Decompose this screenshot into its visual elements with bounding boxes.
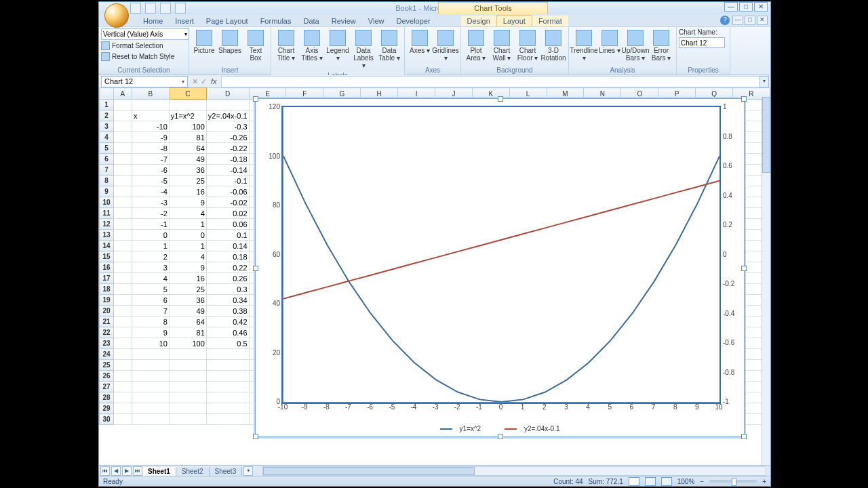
cell-A28[interactable] <box>113 392 132 403</box>
row-header-17[interactable]: 17 <box>100 273 114 284</box>
cell-D17[interactable]: 0.26 <box>206 273 249 284</box>
row-header-2[interactable]: 2 <box>100 110 114 121</box>
cell-D29[interactable] <box>206 403 249 414</box>
cell-C25[interactable] <box>169 360 206 371</box>
plot-area-button[interactable]: Plot Area ▾ <box>464 28 488 65</box>
cell-A21[interactable] <box>113 317 132 327</box>
tab-nav-next[interactable]: ▶ <box>122 466 132 476</box>
resize-handle-ne[interactable] <box>741 96 747 102</box>
tab-data[interactable]: Data <box>297 16 325 26</box>
picture-button[interactable]: Picture <box>192 28 216 65</box>
row-header-3[interactable]: 3 <box>100 121 114 132</box>
chart-wall-button[interactable]: Chart Wall ▾ <box>490 28 514 65</box>
cell-B30[interactable] <box>132 414 169 425</box>
tab-page-layout[interactable]: Page Layout <box>200 16 254 26</box>
row-header-11[interactable]: 11 <box>100 208 114 219</box>
col-header-B[interactable]: B <box>132 88 169 100</box>
data-table-button[interactable]: Data Table ▾ <box>377 28 401 70</box>
tab-nav-last[interactable]: ⏭ <box>133 466 142 476</box>
row-header-7[interactable]: 7 <box>100 165 114 176</box>
row-header-8[interactable]: 8 <box>100 176 114 186</box>
expand-formula-bar-button[interactable]: ▾ <box>760 76 769 87</box>
tab-insert[interactable]: Insert <box>169 16 200 26</box>
cell-C10[interactable]: 9 <box>169 197 206 208</box>
cell-A8[interactable] <box>113 176 132 186</box>
enter-formula-icon[interactable]: ✓ <box>201 77 207 86</box>
text-box-button[interactable]: Text Box <box>243 28 268 65</box>
chart-legend[interactable]: y1=x^2 y2=.04x-0.1 <box>256 425 744 432</box>
cell-D20[interactable]: 0.38 <box>206 306 249 317</box>
cell-A29[interactable] <box>113 403 132 414</box>
cell-C13[interactable]: 0 <box>169 230 206 241</box>
cell-C27[interactable] <box>169 382 206 392</box>
resize-handle-se[interactable] <box>741 434 747 439</box>
cell-A6[interactable] <box>113 154 132 165</box>
cell-C28[interactable] <box>169 392 206 403</box>
resize-handle-w[interactable] <box>253 266 258 271</box>
cell-C18[interactable]: 25 <box>169 284 206 295</box>
cell-D11[interactable]: 0.02 <box>206 208 249 219</box>
col-header-N[interactable]: N <box>584 88 621 100</box>
cell-C30[interactable] <box>169 414 206 425</box>
cell-B28[interactable] <box>132 392 169 403</box>
col-header-Q[interactable]: Q <box>696 88 733 100</box>
row-header-4[interactable]: 4 <box>100 132 114 143</box>
chart-title-button[interactable]: Chart Title ▾ <box>274 28 298 70</box>
cell-C2[interactable]: y1=x^2 <box>169 110 206 121</box>
cell-C26[interactable] <box>169 371 206 382</box>
cancel-formula-icon[interactable]: ✕ <box>192 77 198 86</box>
insert-sheet-button[interactable]: ✶ <box>243 466 253 476</box>
cell-D19[interactable]: 0.34 <box>206 295 249 306</box>
cell-C22[interactable]: 81 <box>169 327 206 338</box>
cell-B24[interactable] <box>132 349 169 360</box>
row-header-30[interactable]: 30 <box>100 414 114 425</box>
cell-C15[interactable]: 4 <box>169 251 206 262</box>
zoom-in-button[interactable]: + <box>762 478 766 485</box>
cell-C24[interactable] <box>169 349 206 360</box>
sheet-tab-sheet2[interactable]: Sheet2 <box>176 467 210 476</box>
gridlines-button[interactable]: Gridlines ▾ <box>433 28 458 65</box>
error-bars-button[interactable]: Error Bars ▾ <box>649 28 673 65</box>
col-header-G[interactable]: G <box>323 88 361 100</box>
cell-B8[interactable]: -5 <box>132 176 169 186</box>
cell-A1[interactable] <box>113 100 132 110</box>
cell-B20[interactable]: 7 <box>132 306 169 317</box>
cell-D12[interactable]: 0.06 <box>206 219 249 230</box>
row-header-9[interactable]: 9 <box>100 186 114 197</box>
embedded-chart[interactable]: y1=x^2 y2=.04x-0.1 020406080100120-1-0.8… <box>255 98 745 437</box>
cell-D10[interactable]: -0.02 <box>206 197 249 208</box>
cell-A7[interactable] <box>113 165 132 176</box>
cell-C11[interactable]: 4 <box>169 208 206 219</box>
col-header-F[interactable]: F <box>286 88 323 100</box>
resize-handle-s[interactable] <box>498 434 503 439</box>
cell-D7[interactable]: -0.14 <box>206 165 249 176</box>
cell-A4[interactable] <box>113 132 132 143</box>
cell-D27[interactable] <box>206 382 249 392</box>
cell-C7[interactable]: 36 <box>169 165 206 176</box>
cell-B13[interactable]: 0 <box>132 230 169 241</box>
doc-minimize-button[interactable]: — <box>732 16 743 25</box>
col-header-H[interactable]: H <box>361 88 398 100</box>
cell-B17[interactable]: 4 <box>132 273 169 284</box>
cell-A20[interactable] <box>113 306 132 317</box>
col-header-L[interactable]: L <box>509 88 547 100</box>
row-header-20[interactable]: 20 <box>100 306 114 317</box>
cell-A5[interactable] <box>113 143 132 154</box>
col-header-K[interactable]: K <box>472 88 509 100</box>
cell-C29[interactable] <box>169 403 206 414</box>
row-header-18[interactable]: 18 <box>100 284 114 295</box>
select-all-corner[interactable] <box>100 88 114 100</box>
cell-D24[interactable] <box>206 349 249 360</box>
row-header-5[interactable]: 5 <box>100 143 114 154</box>
cell-A12[interactable] <box>113 219 132 230</box>
cell-B5[interactable]: -8 <box>132 143 169 154</box>
row-header-16[interactable]: 16 <box>100 262 114 273</box>
tab-developer[interactable]: Developer <box>390 16 436 26</box>
cell-A26[interactable] <box>113 371 132 382</box>
tab-nav-prev[interactable]: ◀ <box>111 466 121 476</box>
cell-D14[interactable]: 0.14 <box>206 241 249 251</box>
row-header-26[interactable]: 26 <box>100 371 114 382</box>
legend-entry-y2[interactable]: y2=.04x-0.1 <box>499 425 566 432</box>
cell-C8[interactable]: 25 <box>169 176 206 186</box>
cell-D5[interactable]: -0.22 <box>206 143 249 154</box>
